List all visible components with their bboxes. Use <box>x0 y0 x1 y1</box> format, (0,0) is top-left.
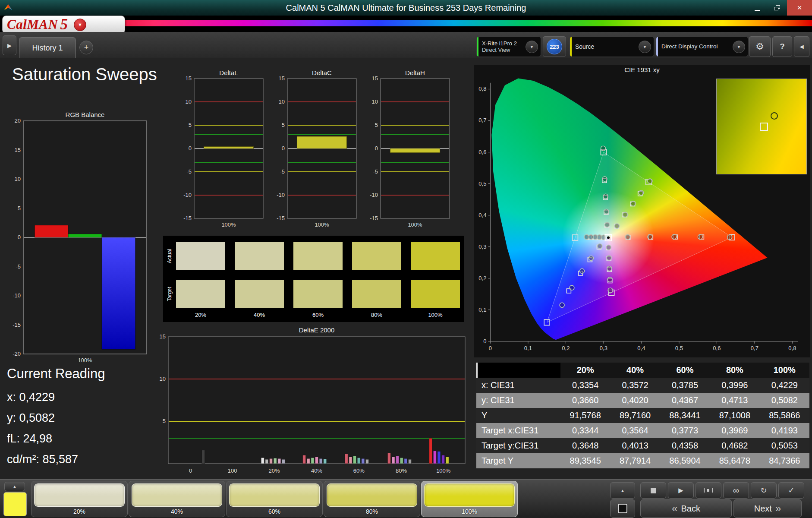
bottom-swatch-100%[interactable]: 100% <box>421 481 518 517</box>
current-reading-y: y: 0,5082 <box>7 411 55 425</box>
table-value-cell: 0,4193 <box>760 426 809 436</box>
page-title: Saturation Sweeps <box>12 65 157 84</box>
table-row: y: CIE310,36600,40200,43670,47130,5082 <box>476 393 809 408</box>
refresh-button[interactable]: ↻ <box>751 482 777 499</box>
table-value-cell: 0,3344 <box>560 426 610 436</box>
source-label: Source <box>572 43 639 50</box>
display-control-dropdown[interactable]: Direct Display Control ▼ <box>656 36 748 57</box>
table-value-cell: 0,5053 <box>760 441 809 451</box>
play-icon: ▶ <box>678 486 683 494</box>
table-value-cell: 0,4020 <box>610 395 660 405</box>
stop-large-button[interactable] <box>610 499 635 518</box>
source-dropdown[interactable]: Source ▼ <box>570 36 654 57</box>
bottom-swatch-label: 20% <box>31 508 127 515</box>
table-value-cell: 89,7160 <box>610 411 660 420</box>
bottom-swatch-chip <box>34 483 125 507</box>
table-value-cell: 0,3660 <box>560 395 610 405</box>
meter-dropdown[interactable]: X-Rite i1Pro 2 Direct View ▼ <box>476 36 541 57</box>
current-reading-fl: fL: 24,98 <box>7 432 52 445</box>
black-square-icon <box>618 504 627 513</box>
table-value-cell: 86,5904 <box>660 456 710 466</box>
bottom-swatch-label: 40% <box>129 508 225 515</box>
help-icon: ? <box>780 42 785 51</box>
table-value-cell: 85,6478 <box>710 456 759 466</box>
bottom-swatch-20%[interactable]: 20% <box>31 481 128 517</box>
table-value-cell: 0,3354 <box>560 380 610 390</box>
swatch-col-label: 20% <box>176 312 225 318</box>
actual-swatch-40% <box>235 242 284 270</box>
back-chevrons-icon: « <box>672 502 677 515</box>
table-header-cell: 80% <box>710 365 759 375</box>
minimize-button[interactable] <box>747 0 767 16</box>
bottom-swatch-40%[interactable]: 40% <box>129 481 225 517</box>
table-row: Target Y89,354587,791486,590485,647884,7… <box>476 453 809 468</box>
gear-icon: ⚙ <box>755 41 764 52</box>
bottom-swatch-60%[interactable]: 60% <box>226 481 323 517</box>
continuous-measure-button[interactable]: ∞ <box>723 482 749 499</box>
tab-bar: ▶ History 1 + X-Rite i1Pro 2 Direct View… <box>0 32 812 58</box>
accept-button[interactable]: ✓ <box>778 482 804 499</box>
bottom-swatch-chip <box>424 483 515 507</box>
play-button[interactable]: ▶ <box>668 482 694 499</box>
table-value-cell: 87,1008 <box>710 411 759 420</box>
actual-swatch-80% <box>352 242 401 270</box>
display-control-label: Direct Display Control <box>658 43 733 50</box>
bottom-swatch-chip <box>327 483 417 507</box>
single-measure-icon <box>704 488 713 493</box>
stop-icon <box>651 488 656 493</box>
rainbow-stripe <box>65 20 812 26</box>
inset-measured-marker <box>771 112 778 120</box>
bottom-swatch-80%[interactable]: 80% <box>324 481 420 517</box>
table-value-cell: 87,7914 <box>610 456 660 466</box>
maximize-button[interactable] <box>767 0 787 16</box>
meter-status-button[interactable]: 223 <box>543 36 566 57</box>
actual-swatch-20% <box>176 242 225 270</box>
display-control-dropdown-icon[interactable]: ▼ <box>733 41 745 53</box>
single-measure-button[interactable] <box>696 482 721 499</box>
add-tab-button[interactable]: + <box>79 41 93 54</box>
close-button[interactable]: × <box>787 0 812 16</box>
app-window: CalMAN 5 CalMAN Ultimate for Business 25… <box>0 0 812 518</box>
back-button[interactable]: « Back <box>640 499 732 518</box>
source-dropdown-icon[interactable]: ▼ <box>639 41 651 53</box>
target-swatch-60% <box>293 280 343 308</box>
logo-version: 5 <box>60 16 68 33</box>
settings-button[interactable]: ⚙ <box>749 36 771 57</box>
bottom-swatch-chip <box>229 483 320 507</box>
meter-status-badge: 223 <box>547 39 562 54</box>
table-row: x: CIE310,33540,35720,37850,39960,4229 <box>476 378 809 393</box>
meter-mode: Direct View <box>482 47 522 53</box>
table-row: Target x:CIE310,33440,35640,37730,39690,… <box>476 423 809 438</box>
controls-scroll-up-button[interactable]: ▲ <box>610 482 635 499</box>
workflow-nav-button[interactable]: ▶ <box>3 35 16 55</box>
help-button[interactable]: ? <box>772 36 792 57</box>
tab-history-1[interactable]: History 1 <box>19 37 76 58</box>
target-swatch-40% <box>235 280 284 308</box>
actual-swatch-60% <box>293 242 343 270</box>
table-value-cell: 0,4358 <box>660 441 710 451</box>
target-row-label: Target <box>166 280 173 308</box>
meter-dropdown-icon[interactable]: ▼ <box>526 41 538 53</box>
calman-logo[interactable]: CalMAN 5 ▼ <box>2 16 125 34</box>
table-header-cell: 60% <box>660 365 710 375</box>
table-header-row: 20%40%60%80%100% <box>476 363 809 378</box>
current-reading-title: Current Reading <box>7 366 105 382</box>
table-row-label: Target Y <box>476 456 560 466</box>
next-button[interactable]: Next » <box>733 499 802 518</box>
stop-button[interactable] <box>640 482 666 499</box>
close-icon: × <box>797 3 802 13</box>
restore-icon <box>774 5 780 10</box>
table-value-cell: 0,4013 <box>610 441 660 451</box>
table-value-cell: 0,3969 <box>710 426 759 436</box>
cie-zoom-inset <box>716 79 807 174</box>
collapse-toolbar-button[interactable]: ◀ <box>794 36 809 57</box>
check-icon: ✓ <box>788 486 794 495</box>
table-value-cell: 0,4367 <box>660 395 710 405</box>
next-label: Next <box>754 504 772 514</box>
logo-menu-icon[interactable]: ▼ <box>74 19 86 31</box>
swatch-col-label: 40% <box>235 312 284 318</box>
table-row-label: Target y:CIE31 <box>476 441 560 451</box>
meter-name: X-Rite i1Pro 2 <box>482 40 522 47</box>
current-reading-luminance: cd/m²: 85,587 <box>7 453 78 466</box>
target-swatch-20% <box>176 280 225 308</box>
